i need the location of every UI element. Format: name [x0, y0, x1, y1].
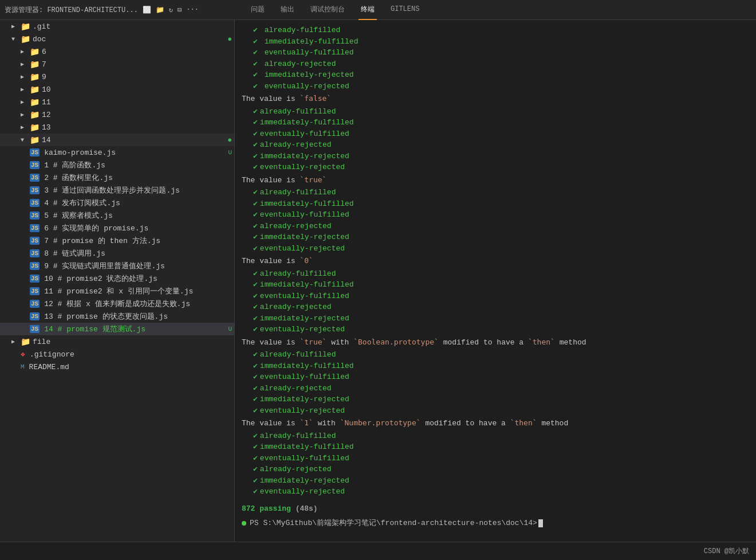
folder-icon: 📁 — [30, 47, 40, 57]
sidebar-item-10-js[interactable]: JS 10 # promise2 状态的处理.js — [0, 272, 234, 285]
sidebar-item-10[interactable]: ▶ 📁 10 — [0, 83, 234, 96]
passing-section: 872 passing (48s) — [242, 503, 749, 515]
sidebar-item-13-js[interactable]: JS 13 # promise 的状态更改问题.js — [0, 310, 234, 323]
sidebar-item-11[interactable]: ▶ 📁 11 — [0, 96, 234, 108]
js-icon: JS — [30, 262, 40, 270]
prompt-dot — [242, 521, 246, 526]
terminal-panel[interactable]: ✔ already-fulfilled ✔ immediately-fulfil… — [235, 20, 756, 542]
term-line: ✔ immediately-fulfilled — [242, 36, 749, 48]
term-line: ✔already-rejected — [242, 301, 749, 313]
term-line: ✔already-fulfilled — [242, 187, 749, 198]
term-line: ✔eventually-rejected — [242, 324, 749, 335]
tab-debug-console[interactable]: 调试控制台 — [308, 0, 347, 20]
sidebar-item-14-js[interactable]: JS 14 # promise 规范测试.js U — [0, 323, 234, 335]
folder-icon: 📁 — [30, 72, 40, 82]
sidebar-item-kaimo-promise[interactable]: JS kaimo-promise.js U — [0, 146, 234, 159]
sidebar-item-12[interactable]: ▶ 📁 12 — [0, 108, 234, 121]
status-bar: CSDN @凯小默 — [0, 542, 756, 560]
modified-dot: ● — [227, 35, 232, 44]
sidebar-item-file[interactable]: ▶ 📁 file — [0, 335, 234, 348]
term-line: ✔already-rejected — [242, 383, 749, 394]
term-line: ✔eventually-rejected — [242, 243, 749, 254]
term-line: ✔ eventually-rejected — [242, 81, 749, 92]
tab-output[interactable]: 输出 — [278, 0, 297, 20]
sidebar-item-9-js[interactable]: JS 9 # 实现链式调用里普通值处理.js — [0, 260, 234, 272]
term-line: ✔immediately-fulfilled — [242, 361, 749, 372]
sidebar-item-7-js[interactable]: JS 7 # promise 的 then 方法.js — [0, 234, 234, 247]
sidebar-item-9[interactable]: ▶ 📁 9 — [0, 71, 234, 83]
sidebar-item-3[interactable]: JS 3 # 通过回调函数处理异步并发问题.js — [0, 184, 234, 197]
js-icon: JS — [30, 287, 40, 295]
js-icon: JS — [30, 300, 40, 308]
sidebar-item-gitignore[interactable]: ▶ ❖ .gitignore — [0, 348, 234, 361]
sidebar-item-6[interactable]: ▶ 📁 6 — [0, 45, 234, 58]
modified-dot: ● — [227, 136, 232, 144]
sidebar-item-12-js[interactable]: JS 12 # 根据 x 值来判断是成功还是失败.js — [0, 297, 234, 310]
term-section-false: The value is `false` — [242, 93, 749, 105]
more-icon[interactable]: ··· — [186, 6, 199, 14]
sidebar-item-2[interactable]: JS 2 # 函数柯里化.js — [0, 171, 234, 184]
term-line: ✔already-fulfilled — [242, 268, 749, 280]
collapse-arrow: ▶ — [21, 86, 27, 93]
collapse-arrow: ▶ — [21, 73, 27, 80]
folder-icon: 📁 — [21, 22, 30, 32]
term-line: ✔already-fulfilled — [242, 430, 749, 442]
passing-count: 872 — [242, 504, 255, 513]
js-icon: JS — [30, 161, 40, 169]
js-icon: JS — [30, 199, 40, 207]
term-section-0: The value is `0` — [242, 255, 749, 267]
untracked-badge: U — [228, 326, 232, 332]
top-bar: 资源管理器: FRONTEND-ARCHITECTU... ⬜ 📁 ↻ ⊟ ··… — [0, 0, 756, 20]
term-line: ✔eventually-rejected — [242, 486, 749, 498]
term-line: ✔eventually-rejected — [242, 162, 749, 173]
sidebar-item-7[interactable]: ▶ 📁 7 — [0, 58, 234, 71]
collapse-arrow: ▶ — [11, 338, 18, 345]
sidebar-item-5[interactable]: JS 5 # 观察者模式.js — [0, 209, 234, 222]
sidebar-item-readme[interactable]: ▶ M README.md — [0, 361, 234, 373]
term-line: ✔immediately-rejected — [242, 394, 749, 405]
new-file-icon[interactable]: ⬜ — [143, 6, 151, 14]
sidebar-item-1[interactable]: JS 1 # 高阶函数.js — [0, 159, 234, 171]
term-section-true-bool: The value is `true` with `Boolean.protot… — [242, 336, 749, 348]
tab-problems[interactable]: 问题 — [249, 0, 267, 20]
collapse-icon[interactable]: ⊟ — [178, 6, 182, 14]
folder-icon: 📁 — [30, 60, 40, 69]
sidebar-item-6-js[interactable]: JS 6 # 实现简单的 promise.js — [0, 222, 234, 234]
term-line: ✔ already-rejected — [242, 58, 749, 70]
sidebar-item-8-js[interactable]: JS 8 # 链式调用.js — [0, 247, 234, 260]
folder-icon: 📁 — [21, 34, 30, 44]
folder-icon: 📁 — [30, 123, 40, 132]
collapse-arrow: ▶ — [21, 48, 27, 55]
term-line: ✔immediately-rejected — [242, 232, 749, 243]
tab-terminal[interactable]: 终端 — [359, 0, 377, 20]
term-line: ✔eventually-rejected — [242, 405, 749, 417]
sidebar-item-11-js[interactable]: JS 11 # promise2 和 x 引用同一个变量.js — [0, 285, 234, 297]
js-icon: JS — [30, 174, 40, 182]
folder-icon: 📁 — [30, 110, 40, 120]
refresh-icon[interactable]: ↻ — [169, 6, 173, 14]
sidebar-item-git[interactable]: ▶ 📁 .git — [0, 20, 234, 33]
term-line: ✔already-fulfilled — [242, 106, 749, 118]
sidebar-item-14[interactable]: ▼ 📁 14 ● — [0, 134, 234, 146]
term-section-true: The value is `true` — [242, 174, 749, 186]
js-icon: JS — [30, 237, 40, 245]
js-icon: JS — [30, 148, 40, 156]
term-line: ✔ eventually-fulfilled — [242, 47, 749, 58]
sidebar-item-4[interactable]: JS 4 # 发布订阅模式.js — [0, 197, 234, 209]
prompt-line: PS S:\MyGithub\前端架构学习笔记\frontend-archite… — [242, 518, 749, 529]
sidebar-item-13[interactable]: ▶ 📁 13 — [0, 121, 234, 134]
term-line: ✔immediately-fulfilled — [242, 279, 749, 291]
new-folder-icon[interactable]: 📁 — [156, 6, 164, 14]
term-line: ✔eventually-fulfilled — [242, 291, 749, 302]
collapse-arrow: ▶ — [21, 124, 27, 131]
tab-gitlens[interactable]: GITLENS — [388, 0, 422, 20]
js-icon: JS — [30, 249, 40, 257]
explorer-title: 资源管理器: FRONTEND-ARCHITECTU... — [5, 5, 138, 15]
passing-time: (48s) — [296, 504, 318, 513]
git-icon: ❖ — [21, 350, 25, 359]
terminal-tabs: 问题 输出 调试控制台 终端 GITLENS — [249, 0, 751, 20]
cursor — [538, 519, 543, 527]
sidebar-item-doc[interactable]: ▼ 📁 doc ● — [0, 33, 234, 45]
md-icon: M — [21, 363, 25, 370]
collapse-arrow: ▼ — [21, 137, 27, 143]
